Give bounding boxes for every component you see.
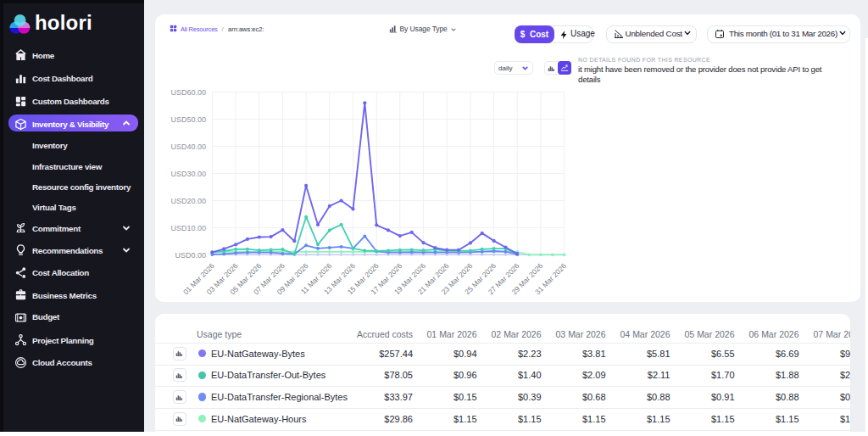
svg-text:USD10.00: USD10.00: [170, 224, 206, 232]
svg-text:USD30.00: USD30.00: [170, 170, 206, 178]
svg-text:USD0.00: USD0.00: [175, 251, 206, 260]
svg-text:USD60.00: USD60.00: [170, 88, 206, 97]
svg-text:USD40.00: USD40.00: [170, 143, 206, 151]
svg-text:USD20.00: USD20.00: [170, 197, 206, 205]
svg-text:USD50.00: USD50.00: [170, 115, 206, 124]
